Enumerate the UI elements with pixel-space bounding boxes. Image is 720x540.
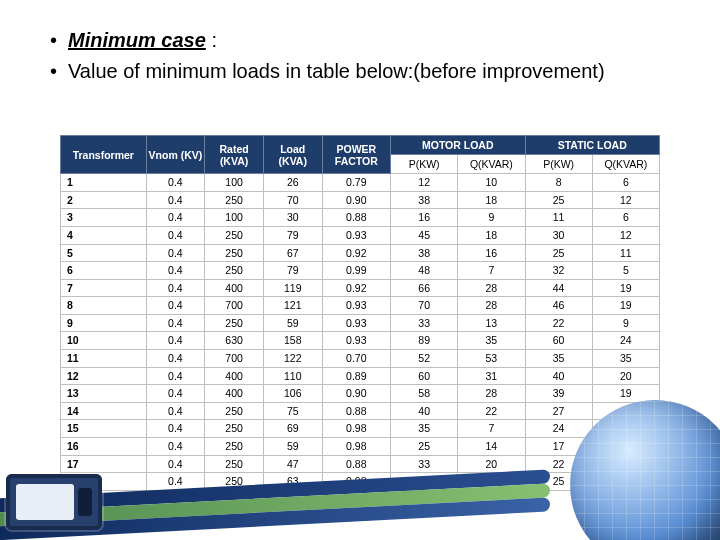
cell-motor-q: 35 (458, 332, 525, 350)
cell-pf: 0.98 (322, 438, 390, 456)
cell-transformer: 12 (61, 367, 147, 385)
cell-load: 59 (263, 438, 322, 456)
cell-motor-p: 89 (391, 332, 458, 350)
cell-static-p: 25 (525, 244, 592, 262)
cell-motor-p: 38 (391, 244, 458, 262)
table-row: 70.44001190.9266284419 (61, 279, 660, 297)
cell-transformer: 3 (61, 209, 147, 227)
cell-transformer: 1 (61, 174, 147, 192)
cell-rated: 250 (205, 226, 264, 244)
cell-static-q: 6 (592, 209, 659, 227)
cell-static-p: 35 (525, 350, 592, 368)
cell-transformer: 7 (61, 279, 147, 297)
cell-load: 119 (263, 279, 322, 297)
cell-load: 67 (263, 244, 322, 262)
cell-rated: 250 (205, 262, 264, 280)
cell-static-q: 20 (592, 367, 659, 385)
cell-transformer: 2 (61, 191, 147, 209)
table-row: 180.4250630.9837172511 (61, 473, 660, 491)
table-body: 10.4100260.7912108620.4250700.9038182512… (61, 174, 660, 491)
cell-pf: 0.98 (322, 473, 390, 491)
cell-vnom: 0.4 (146, 209, 205, 227)
cell-motor-q: 17 (458, 473, 525, 491)
cell-vnom: 0.4 (146, 279, 205, 297)
cell-vnom: 0.4 (146, 350, 205, 368)
cell-pf: 0.70 (322, 350, 390, 368)
cell-motor-p: 52 (391, 350, 458, 368)
cell-static-q: 13 (592, 455, 659, 473)
cell-vnom: 0.4 (146, 385, 205, 403)
table-row: 90.4250590.933313229 (61, 314, 660, 332)
cell-static-q: 5 (592, 262, 659, 280)
cell-load: 158 (263, 332, 322, 350)
cell-motor-q: 18 (458, 191, 525, 209)
cell-static-p: 27 (525, 402, 592, 420)
cell-pf: 0.93 (322, 332, 390, 350)
table-row: 130.44001060.9058283919 (61, 385, 660, 403)
cell-static-p: 32 (525, 262, 592, 280)
cell-vnom: 0.4 (146, 314, 205, 332)
table-row: 120.44001100.8960314020 (61, 367, 660, 385)
cell-vnom: 0.4 (146, 226, 205, 244)
cell-rated: 250 (205, 420, 264, 438)
data-table: Transformer Vnom (KV) Rated (KVA) Load (… (60, 135, 660, 491)
cell-motor-q: 28 (458, 297, 525, 315)
cell-transformer: 14 (61, 402, 147, 420)
cell-motor-q: 28 (458, 385, 525, 403)
bullet-2: • Value of minimum loads in table below:… (50, 57, 686, 86)
cell-motor-p: 40 (391, 402, 458, 420)
cell-motor-p: 70 (391, 297, 458, 315)
table-row: 20.4250700.9038182512 (61, 191, 660, 209)
cell-load: 30 (263, 209, 322, 227)
cell-transformer: 6 (61, 262, 147, 280)
cell-rated: 400 (205, 279, 264, 297)
cell-rated: 400 (205, 367, 264, 385)
data-table-wrap: Transformer Vnom (KV) Rated (KVA) Load (… (60, 135, 660, 491)
cell-pf: 0.93 (322, 226, 390, 244)
table-row: 170.4250470.8833202213 (61, 455, 660, 473)
cell-static-q: 12 (592, 191, 659, 209)
cell-vnom: 0.4 (146, 420, 205, 438)
cell-load: 63 (263, 473, 322, 491)
cell-vnom: 0.4 (146, 191, 205, 209)
cell-static-q: 12 (592, 226, 659, 244)
cell-transformer: 5 (61, 244, 147, 262)
cell-load: 79 (263, 226, 322, 244)
cell-rated: 250 (205, 314, 264, 332)
cell-motor-p: 45 (391, 226, 458, 244)
cell-load: 26 (263, 174, 322, 192)
cell-pf: 0.89 (322, 367, 390, 385)
cell-pf: 0.93 (322, 297, 390, 315)
cell-transformer: 15 (61, 420, 147, 438)
cell-load: 70 (263, 191, 322, 209)
table-head: Transformer Vnom (KV) Rated (KVA) Load (… (61, 136, 660, 174)
cell-rated: 250 (205, 402, 264, 420)
cell-static-p: 46 (525, 297, 592, 315)
cell-motor-p: 33 (391, 314, 458, 332)
cell-rated: 250 (205, 455, 264, 473)
cell-load: 47 (263, 455, 322, 473)
cell-load: 121 (263, 297, 322, 315)
cell-motor-q: 31 (458, 367, 525, 385)
slide: • Minimum case : • Value of minimum load… (0, 0, 720, 540)
cell-transformer: 4 (61, 226, 147, 244)
cell-vnom: 0.4 (146, 174, 205, 192)
bullet-1-label: Minimum case (68, 29, 206, 51)
cell-load: 110 (263, 367, 322, 385)
bullet-dot: • (50, 57, 68, 86)
th-load: Load (KVA) (263, 136, 322, 174)
cell-load: 75 (263, 402, 322, 420)
cell-pf: 0.79 (322, 174, 390, 192)
bullet-list: • Minimum case : • Value of minimum load… (0, 0, 720, 86)
cell-static-q: 19 (592, 297, 659, 315)
th-static-q: Q(KVAR) (592, 155, 659, 174)
cell-vnom: 0.4 (146, 367, 205, 385)
cell-vnom: 0.4 (146, 455, 205, 473)
cell-pf: 0.93 (322, 314, 390, 332)
cell-static-p: 25 (525, 473, 592, 491)
table-row: 60.4250790.99487325 (61, 262, 660, 280)
cell-motor-p: 37 (391, 473, 458, 491)
table-row: 110.47001220.7052533535 (61, 350, 660, 368)
cell-transformer: 9 (61, 314, 147, 332)
cell-motor-q: 22 (458, 402, 525, 420)
